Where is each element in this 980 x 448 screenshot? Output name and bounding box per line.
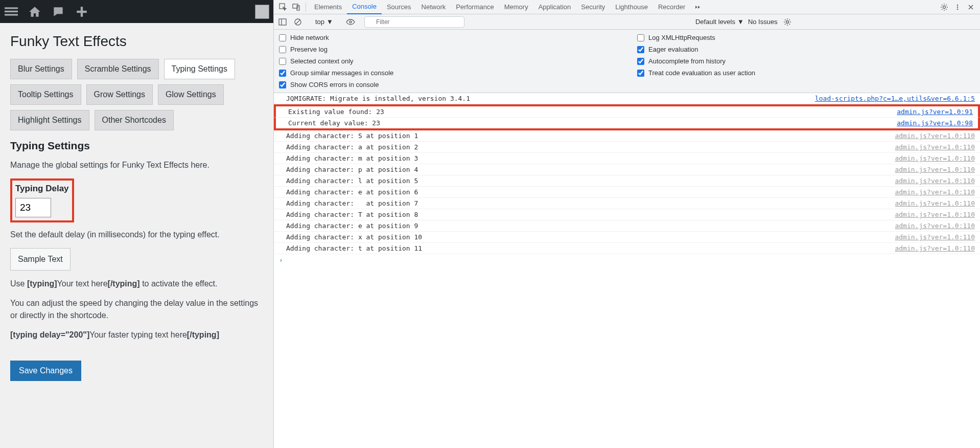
devtools-tab-memory[interactable]: Memory <box>499 0 533 14</box>
usage-line: Use [typing]Your text here[/typing] to a… <box>10 278 263 290</box>
setting-log-xmlhttprequests[interactable]: Log XMLHttpRequests <box>637 34 975 41</box>
console-prompt[interactable]: › <box>274 254 980 266</box>
device-icon[interactable] <box>290 1 302 13</box>
setting-label: Show CORS errors in console <box>290 81 379 88</box>
svg-rect-1 <box>5 10 18 12</box>
live-expression-icon[interactable] <box>345 16 356 28</box>
log-row: Adding character: l at position 5admin.j… <box>274 175 980 187</box>
intro-text: Manage the global settings for Funky Tex… <box>10 159 263 171</box>
checkbox[interactable] <box>637 46 644 53</box>
setting-group-similar-messages-in-console[interactable]: Group similar messages in console <box>279 69 617 77</box>
avatar[interactable] <box>255 5 269 19</box>
log-source-link[interactable]: admin.js?ver=1.0:110 <box>895 188 975 196</box>
chevron-down-icon: ▼ <box>326 18 333 26</box>
log-source-link[interactable]: admin.js?ver=1.0:110 <box>895 166 975 173</box>
devtools-tab-network[interactable]: Network <box>416 0 451 14</box>
devtools-tab-recorder[interactable]: Recorder <box>653 0 690 14</box>
log-source-link[interactable]: admin.js?ver=1.0:110 <box>895 244 975 252</box>
setting-eager-evaluation[interactable]: Eager evaluation <box>637 46 975 53</box>
log-message: Adding character: a at position 2 <box>286 143 418 151</box>
usage-open-tag: [typing] <box>27 279 57 288</box>
sidebar-toggle-icon[interactable] <box>277 16 288 28</box>
log-row: Adding character: at position 7admin.js?… <box>274 198 980 209</box>
setting-show-cors-errors-in-console[interactable]: Show CORS errors in console <box>279 81 617 88</box>
log-levels-selector[interactable]: Default levels ▼ <box>695 18 744 26</box>
settings-gear-icon[interactable] <box>938 1 950 13</box>
tab-highlight-settings[interactable]: Highlight Settings <box>10 110 89 130</box>
more-tabs-icon[interactable] <box>691 1 704 13</box>
setting-preserve-log[interactable]: Preserve log <box>279 46 617 53</box>
issues-badge[interactable]: No Issues <box>748 18 778 26</box>
checkbox[interactable] <box>279 81 286 88</box>
devtools-tab-console[interactable]: Console <box>347 0 382 14</box>
devtools-tab-performance[interactable]: Performance <box>451 0 499 14</box>
checkbox[interactable] <box>637 70 644 77</box>
comment-icon[interactable] <box>51 5 65 19</box>
field-help: Set the default delay (in milliseconds) … <box>10 229 263 241</box>
clear-console-icon[interactable] <box>292 16 304 28</box>
devtools-tab-security[interactable]: Security <box>576 0 610 14</box>
checkbox[interactable] <box>637 58 644 65</box>
log-source-link[interactable]: admin.js?ver=1.0:110 <box>895 222 975 230</box>
setting-autocomplete-from-history[interactable]: Autocomplete from history <box>637 57 975 65</box>
log-source-link[interactable]: admin.js?ver=1.0:110 <box>895 132 975 140</box>
devtools-tab-elements[interactable]: Elements <box>309 0 347 14</box>
context-label: top <box>315 18 324 26</box>
devtools-panel: ElementsConsoleSourcesNetworkPerformance… <box>273 0 980 448</box>
inspect-icon[interactable] <box>277 1 289 13</box>
setting-label: Hide network <box>290 34 329 41</box>
example-line: [typing delay="200"]Your faster typing t… <box>10 329 263 341</box>
checkbox[interactable] <box>279 58 286 65</box>
tab-grow-settings[interactable]: Grow Settings <box>86 84 153 105</box>
svg-point-8 <box>943 6 946 8</box>
wp-toolbar <box>0 0 273 23</box>
save-button[interactable]: Save Changes <box>10 361 81 381</box>
log-row: Adding character: a at position 2admin.j… <box>274 142 980 153</box>
checkbox[interactable] <box>279 34 286 41</box>
plus-icon[interactable] <box>75 5 89 19</box>
tab-other-shortcodes[interactable]: Other Shortcodes <box>95 110 174 130</box>
svg-rect-2 <box>5 14 18 15</box>
log-source-link[interactable]: admin.js?ver=1.0:110 <box>895 154 975 162</box>
checkbox[interactable] <box>279 70 286 77</box>
svg-line-15 <box>296 20 300 24</box>
log-source-link[interactable]: admin.js?ver=1.0:110 <box>895 199 975 207</box>
tab-blur-settings[interactable]: Blur Settings <box>10 59 72 79</box>
tab-scramble-settings[interactable]: Scramble Settings <box>77 59 159 79</box>
checkbox[interactable] <box>279 46 286 53</box>
tab-tooltip-settings[interactable]: Tooltip Settings <box>10 84 81 105</box>
log-source-link[interactable]: load-scripts.php?c=1…e,utils&ver=6.6.1:5 <box>815 95 975 102</box>
devtools-tab-application[interactable]: Application <box>533 0 576 14</box>
filter-input[interactable] <box>364 16 464 28</box>
log-source-link[interactable]: admin.js?ver=1.0:98 <box>897 119 973 127</box>
setting-treat-code-evaluation-as-user-action[interactable]: Treat code evaluation as user action <box>637 69 975 77</box>
setting-hide-network[interactable]: Hide network <box>279 34 617 41</box>
checkbox[interactable] <box>637 34 644 41</box>
console-settings-gear-icon[interactable] <box>782 16 793 28</box>
log-source-link[interactable]: admin.js?ver=1.0:110 <box>895 177 975 185</box>
tab-glow-settings[interactable]: Glow Settings <box>158 84 224 105</box>
typing-delay-input[interactable] <box>15 198 51 217</box>
svg-point-9 <box>957 4 959 6</box>
log-message: Adding character: T at position 8 <box>286 211 418 218</box>
menu-icon[interactable] <box>4 5 18 19</box>
svg-point-17 <box>786 20 788 23</box>
log-row: Adding character: x at position 10admin.… <box>274 232 980 243</box>
kebab-icon[interactable] <box>951 1 964 13</box>
chevron-down-icon: ▼ <box>737 18 744 26</box>
log-source-link[interactable]: admin.js?ver=1.0:110 <box>895 143 975 151</box>
setting-selected-context-only[interactable]: Selected context only <box>279 57 617 65</box>
devtools-tab-sources[interactable]: Sources <box>382 0 416 14</box>
log-source-link[interactable]: admin.js?ver=1.0:110 <box>895 211 975 218</box>
close-devtools-icon[interactable] <box>965 1 977 13</box>
home-icon[interactable] <box>28 5 42 19</box>
log-message: Adding character: e at position 9 <box>286 222 418 230</box>
devtools-tabbar: ElementsConsoleSourcesNetworkPerformance… <box>274 0 980 14</box>
usage-mid: Your text here <box>57 279 108 288</box>
log-source-link[interactable]: admin.js?ver=1.0:110 <box>895 233 975 241</box>
devtools-tab-lighthouse[interactable]: Lighthouse <box>610 0 653 14</box>
tab-typing-settings[interactable]: Typing Settings <box>164 59 235 79</box>
log-source-link[interactable]: admin.js?ver=1.0:91 <box>897 108 973 116</box>
context-selector[interactable]: top ▼ <box>312 16 337 27</box>
log-row: Adding character: e at position 6admin.j… <box>274 187 980 198</box>
